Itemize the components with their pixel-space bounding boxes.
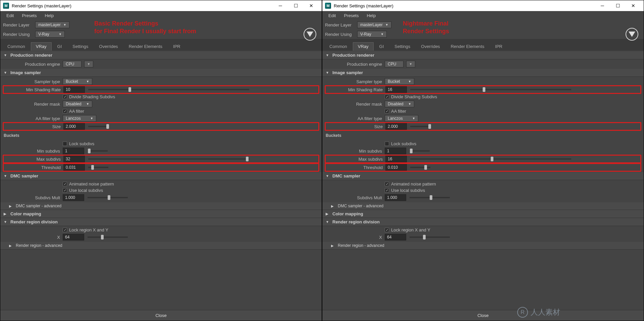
section-render-region-adv[interactable]: ▶Render region - advanced (322, 242, 644, 250)
x-input[interactable] (385, 234, 406, 240)
x-slider[interactable] (410, 236, 450, 238)
tab-gi[interactable]: GI (52, 42, 67, 51)
min-shading-rate-slider[interactable] (410, 89, 571, 90)
min-subdivs-input[interactable] (385, 148, 406, 154)
tab-settings[interactable]: Settings (389, 42, 415, 51)
tab-overrides[interactable]: Overrides (94, 42, 123, 51)
section-render-region[interactable]: ▼Render region division (0, 218, 322, 226)
render-mask-dropdown[interactable]: Disabled▼ (385, 101, 414, 107)
min-subdivs-input[interactable] (63, 148, 84, 154)
max-subdivs-slider[interactable] (410, 158, 571, 160)
aa-filter-type-dropdown[interactable]: Lanczos▼ (385, 115, 418, 122)
animated-noise-checkbox[interactable] (385, 182, 389, 186)
threshold-slider[interactable] (88, 167, 108, 168)
section-production-renderer[interactable]: ▼Production renderer (0, 51, 322, 59)
menu-edit[interactable]: Edit (3, 12, 17, 19)
tab-overrides[interactable]: Overrides (416, 42, 445, 51)
tab-gi[interactable]: GI (374, 42, 389, 51)
aa-filter-type-dropdown[interactable]: Lanczos▼ (63, 115, 96, 122)
min-subdivs-slider[interactable] (88, 150, 108, 152)
use-local-subdivs-checkbox[interactable] (385, 188, 389, 193)
min-subdivs-slider[interactable] (410, 150, 430, 152)
threshold-input[interactable] (63, 164, 85, 171)
app-icon: M (325, 3, 331, 9)
minimize-button[interactable]: ─ (595, 0, 610, 11)
aa-filter-checkbox[interactable] (385, 109, 389, 113)
tab-vray[interactable]: VRay (31, 42, 52, 51)
sampler-type-dropdown[interactable]: Bucket▼ (63, 78, 92, 85)
close-window-button[interactable]: ✕ (626, 0, 641, 11)
subdivs-mult-input[interactable] (63, 194, 84, 201)
lock-region-checkbox[interactable] (385, 228, 389, 232)
lock-region-label: Lock region X and Y (69, 227, 108, 232)
use-local-subdivs-checkbox[interactable] (63, 188, 67, 193)
menu-presets[interactable]: Presets (340, 12, 362, 19)
max-subdivs-input[interactable] (385, 156, 407, 162)
size-slider[interactable] (410, 126, 430, 127)
min-shading-rate-input[interactable] (63, 86, 85, 93)
subdivs-mult-input[interactable] (385, 194, 406, 201)
menu-edit[interactable]: Edit (325, 12, 339, 19)
section-render-region[interactable]: ▼Render region division (322, 218, 644, 226)
render-layer-dropdown[interactable]: masterLayer▼ (357, 21, 391, 28)
close-button[interactable]: Close (322, 310, 644, 321)
tab-ipr[interactable]: IPR (168, 42, 185, 51)
lock-subdivs-checkbox[interactable] (63, 142, 67, 146)
aa-filter-checkbox[interactable] (63, 109, 67, 113)
menu-help[interactable]: Help (363, 12, 379, 19)
chevron-down-icon[interactable]: ▼ (406, 61, 415, 67)
lock-subdivs-label: Lock subdivs (391, 141, 416, 146)
tab-render-elements[interactable]: Render Elements (446, 42, 489, 51)
section-color-mapping[interactable]: ▶Color mapping (322, 210, 644, 218)
section-dmc-advanced[interactable]: ▶DMC sampler - advanced (0, 202, 322, 210)
tab-common[interactable]: Common (2, 42, 30, 51)
tab-vray[interactable]: VRay (353, 42, 374, 51)
menu-help[interactable]: Help (41, 12, 57, 19)
size-slider[interactable] (88, 126, 108, 127)
production-engine-dropdown[interactable]: CPU (385, 61, 404, 67)
tab-common[interactable]: Common (324, 42, 352, 51)
menu-presets[interactable]: Presets (18, 12, 40, 19)
render-layer-dropdown[interactable]: masterLayer▼ (35, 21, 69, 28)
maximize-button[interactable]: ☐ (610, 0, 626, 11)
max-subdivs-slider[interactable] (88, 158, 249, 160)
subdivs-mult-slider[interactable] (410, 197, 450, 198)
close-button[interactable]: Close (0, 310, 322, 321)
minimize-button[interactable]: ─ (273, 0, 288, 11)
production-engine-dropdown[interactable]: CPU (63, 61, 82, 67)
section-dmc-sampler[interactable]: ▼DMC sampler (0, 172, 322, 180)
animated-noise-checkbox[interactable] (63, 182, 67, 186)
sampler-type-dropdown[interactable]: Bucket▼ (385, 78, 414, 85)
threshold-slider[interactable] (410, 167, 430, 168)
x-slider[interactable] (88, 236, 128, 238)
section-image-sampler[interactable]: ▼Image sampler (322, 69, 644, 77)
lock-subdivs-checkbox[interactable] (385, 142, 389, 146)
maximize-button[interactable]: ☐ (288, 0, 304, 11)
chevron-down-icon[interactable]: ▼ (84, 61, 93, 67)
section-image-sampler[interactable]: ▼Image sampler (0, 69, 322, 77)
min-shading-rate-input[interactable] (385, 86, 407, 93)
render-using-dropdown[interactable]: V-Ray▼ (35, 31, 65, 38)
section-color-mapping[interactable]: ▶Color mapping (0, 210, 322, 218)
tab-ipr[interactable]: IPR (490, 42, 507, 51)
divide-shading-checkbox[interactable] (385, 95, 389, 99)
section-dmc-advanced[interactable]: ▶DMC sampler - advanced (322, 202, 644, 210)
max-subdivs-input[interactable] (63, 156, 85, 162)
lock-region-checkbox[interactable] (63, 228, 67, 232)
min-shading-rate-slider[interactable] (88, 89, 249, 90)
divide-shading-checkbox[interactable] (63, 95, 67, 99)
subdivs-mult-slider[interactable] (88, 197, 128, 198)
render-using-label: Render Using (325, 32, 355, 37)
section-production-renderer[interactable]: ▼Production renderer (322, 51, 644, 59)
size-input[interactable] (63, 123, 85, 130)
render-mask-dropdown[interactable]: Disabled▼ (63, 101, 92, 107)
tab-render-elements[interactable]: Render Elements (124, 42, 167, 51)
render-using-dropdown[interactable]: V-Ray▼ (357, 31, 387, 38)
tab-settings[interactable]: Settings (67, 42, 93, 51)
close-window-button[interactable]: ✕ (304, 0, 319, 11)
section-dmc-sampler[interactable]: ▼DMC sampler (322, 172, 644, 180)
size-input[interactable] (385, 123, 407, 130)
section-render-region-adv[interactable]: ▶Render region - advanced (0, 242, 322, 250)
threshold-input[interactable] (385, 164, 407, 171)
x-input[interactable] (63, 234, 84, 240)
